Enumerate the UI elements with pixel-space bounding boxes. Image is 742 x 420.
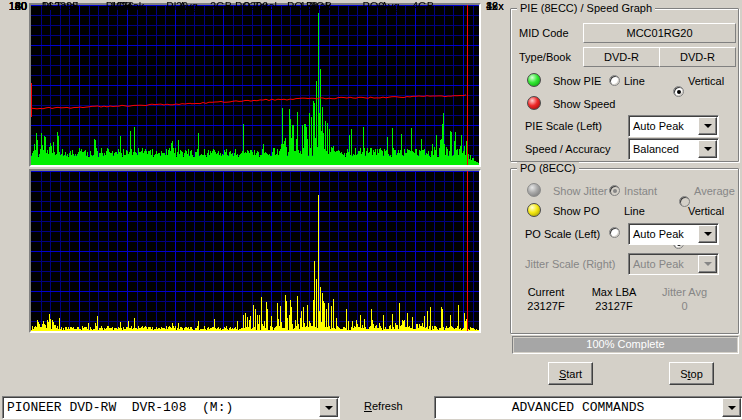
po-line-label[interactable]: Line [624, 205, 645, 217]
drive-select-value: PIONEER DVD-RW DVR-108 (M:) [3, 400, 318, 415]
type-value: DVD-R [583, 47, 660, 67]
show-jitter-led [527, 183, 541, 197]
chevron-down-icon [704, 147, 712, 151]
start-button[interactable]: Start [548, 362, 593, 385]
jitter-avg-label: Jitter Avg [647, 286, 722, 298]
pie-speed-graph [29, 3, 481, 167]
jitter-scale-dropdown-button [698, 255, 717, 273]
show-jitter-label: Show Jitter [553, 185, 607, 197]
pie-scale-combo[interactable]: Auto Peak [628, 115, 719, 137]
jitter-scale-combo: Auto Peak [628, 253, 719, 275]
po-scale-label: PO Scale (Left) [525, 228, 600, 240]
jitter-avg-value: 0 [647, 300, 722, 312]
pie-scale-label: PIE Scale (Left) [525, 120, 602, 132]
pie-graph-canvas [31, 5, 479, 165]
po-panel-title: PO (8ECC) [517, 162, 579, 174]
po-line-radio[interactable] [609, 227, 620, 238]
chevron-down-icon [704, 232, 712, 236]
show-speed-label: Show Speed [553, 98, 615, 110]
chevron-down-icon [728, 406, 736, 410]
progress-bar: 100% Complete [512, 336, 739, 354]
mid-code-label: MID Code [519, 27, 569, 39]
book-value: DVD-R [659, 47, 736, 67]
jitter-instant-label: Instant [624, 185, 657, 197]
po-scale-dropdown-button[interactable] [698, 225, 717, 243]
pie-speed-panel: PIE (8ECC) / Speed Graph MID Code MCC01R… [510, 8, 739, 162]
pie-scale-value: Auto Peak [629, 120, 697, 132]
mid-code-value: MCC01RG20 [583, 23, 736, 43]
stat-po-avg-value: 6 [336, 0, 426, 12]
chevron-down-button[interactable] [698, 140, 717, 158]
po-scale-value: Auto Peak [629, 228, 697, 240]
jitter-scale-value: Auto Peak [629, 258, 697, 270]
scan-window: 160 120 80 40 160 120 80 40 16x 12x 8x 4… [0, 0, 742, 420]
max-lba-label: Max LBA [579, 286, 649, 298]
stop-button[interactable]: Stop [669, 362, 714, 385]
po-vertical-label[interactable]: Vertical [688, 205, 724, 217]
jitter-average-label: Average [694, 185, 735, 197]
po-graph-canvas [31, 171, 479, 331]
advanced-commands-dropdown-button[interactable] [722, 398, 741, 417]
drive-select-dropdown-button[interactable] [319, 398, 338, 417]
speed-accuracy-combo[interactable]: Balanced [628, 138, 719, 160]
advanced-commands-value: ADVANCED COMMANDS [435, 400, 721, 415]
pie-line-radio[interactable] [609, 75, 620, 86]
speed-accuracy-label: Speed / Accuracy [525, 143, 611, 155]
advanced-commands-select[interactable]: ADVANCED COMMANDS [434, 396, 742, 419]
po-panel: PO (8ECC) Show Jitter Instant Average Sh… [510, 168, 739, 334]
po-scale-combo[interactable]: Auto Peak [628, 223, 719, 245]
show-po-label: Show PO [553, 205, 599, 217]
pie-vertical-label[interactable]: Vertical [688, 75, 724, 87]
current-label: Current [511, 286, 581, 298]
type-book-label: Type/Book [519, 51, 571, 63]
chevron-down-icon [704, 262, 712, 266]
jitter-instant-radio [609, 185, 620, 196]
progress-label: 100% Complete [513, 338, 738, 350]
drive-select[interactable]: PIONEER DVD-RW DVR-108 (M:) [2, 396, 340, 419]
speed-accuracy-value: Balanced [629, 143, 697, 155]
current-value: 23127F [511, 300, 581, 312]
chevron-down-icon [704, 124, 712, 128]
refresh-button[interactable]: Refresh [364, 400, 403, 412]
show-po-led[interactable] [527, 203, 541, 217]
show-pie-led[interactable] [527, 73, 541, 87]
max-lba-value: 23127F [579, 300, 649, 312]
pie-line-label[interactable]: Line [624, 75, 645, 87]
speed-axis-tick-4x: 4x [486, 0, 498, 12]
show-speed-led[interactable] [527, 96, 541, 110]
jitter-scale-label: Jitter Scale (Right) [525, 258, 615, 270]
po-graph [29, 169, 481, 333]
pie-scale-dropdown-button[interactable] [698, 117, 717, 135]
pie-panel-title: PIE (8ECC) / Speed Graph [517, 2, 655, 14]
pie-vertical-radio[interactable] [673, 86, 684, 97]
chevron-down-icon [325, 406, 333, 410]
show-pie-label: Show PIE [553, 75, 601, 87]
